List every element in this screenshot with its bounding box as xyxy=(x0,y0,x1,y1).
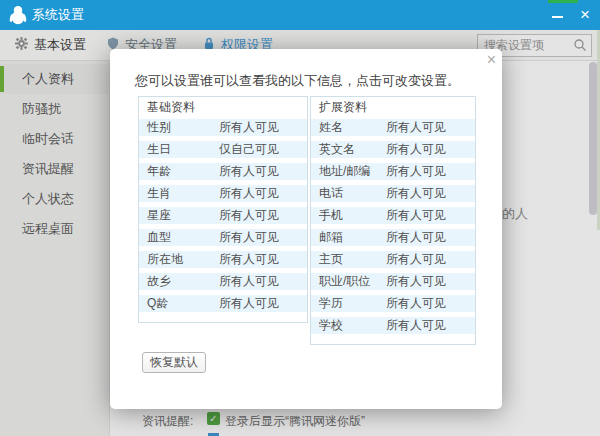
field-label: 英文名 xyxy=(319,141,355,158)
visibility-row[interactable]: 手机所有人可见 xyxy=(311,207,475,224)
field-label: 生肖 xyxy=(147,185,171,202)
field-label: 邮箱 xyxy=(319,229,343,246)
visibility-value: 仅自己可见 xyxy=(219,141,279,158)
close-button[interactable]: × xyxy=(572,0,598,30)
visibility-value: 所有人可见 xyxy=(386,163,446,180)
dialog-close-icon[interactable]: × xyxy=(487,51,496,69)
visibility-value: 所有人可见 xyxy=(219,273,279,290)
visibility-value: 所有人可见 xyxy=(219,185,279,202)
field-label: 年龄 xyxy=(147,163,171,180)
qq-penguin-icon xyxy=(9,5,27,29)
field-label: 电话 xyxy=(319,185,343,202)
visibility-row[interactable]: 主页所有人可见 xyxy=(311,251,475,268)
visibility-value: 所有人可见 xyxy=(386,295,446,312)
dialog-intro-text: 您可以设置谁可以查看我的以下信息，点击可改变设置。 xyxy=(135,72,460,90)
field-label: Q龄 xyxy=(147,295,168,312)
field-label: 星座 xyxy=(147,207,171,224)
visibility-row[interactable]: 邮箱所有人可见 xyxy=(311,229,475,246)
visibility-row[interactable]: 星座所有人可见 xyxy=(139,207,307,224)
field-label: 性别 xyxy=(147,119,171,136)
field-label: 主页 xyxy=(319,251,343,268)
visibility-row[interactable]: 年龄所有人可见 xyxy=(139,163,307,180)
visibility-value: 所有人可见 xyxy=(386,207,446,224)
field-label: 姓名 xyxy=(319,119,343,136)
close-icon: × xyxy=(580,0,590,30)
visibility-row[interactable]: 血型所有人可见 xyxy=(139,229,307,246)
window-title: 系统设置 xyxy=(32,0,84,30)
visibility-row[interactable]: 所在地所有人可见 xyxy=(139,251,307,268)
title-bar: 系统设置 × xyxy=(0,0,600,30)
visibility-value: 所有人可见 xyxy=(386,229,446,246)
extended-table-title: 扩展资料 xyxy=(311,97,475,117)
visibility-value: 所有人可见 xyxy=(219,163,279,180)
visibility-row[interactable]: 故乡所有人可见 xyxy=(139,273,307,290)
visibility-value: 所有人可见 xyxy=(219,119,279,136)
field-label: 故乡 xyxy=(147,273,171,290)
visibility-value: 所有人可见 xyxy=(386,273,446,290)
visibility-row[interactable]: 性别所有人可见 xyxy=(139,119,307,136)
visibility-value: 所有人可见 xyxy=(386,317,446,334)
visibility-value: 所有人可见 xyxy=(219,207,279,224)
visibility-row[interactable]: 生肖所有人可见 xyxy=(139,185,307,202)
visibility-value: 所有人可见 xyxy=(386,251,446,268)
privacy-visibility-dialog: × 您可以设置谁可以查看我的以下信息，点击可改变设置。 基础资料 性别所有人可见… xyxy=(110,49,502,409)
visibility-row[interactable]: 学校所有人可见 xyxy=(311,317,475,334)
basic-info-table: 基础资料 性别所有人可见生日仅自己可见年龄所有人可见生肖所有人可见星座所有人可见… xyxy=(138,96,308,323)
settings-window: 系统设置 × 基本 xyxy=(0,0,600,436)
visibility-row[interactable]: Q龄所有人可见 xyxy=(139,295,307,312)
field-label: 所在地 xyxy=(147,251,183,268)
visibility-value: 所有人可见 xyxy=(219,295,279,312)
restore-default-button[interactable]: 恢复默认 xyxy=(142,352,206,373)
visibility-row[interactable]: 地址/邮编所有人可见 xyxy=(311,163,475,180)
visibility-row[interactable]: 电话所有人可见 xyxy=(311,185,475,202)
basic-table-title: 基础资料 xyxy=(139,97,307,117)
field-label: 地址/邮编 xyxy=(319,163,370,180)
field-label: 职业/职位 xyxy=(319,273,370,290)
field-label: 血型 xyxy=(147,229,171,246)
field-label: 学校 xyxy=(319,317,343,334)
visibility-row[interactable]: 学历所有人可见 xyxy=(311,295,475,312)
field-label: 学历 xyxy=(319,295,343,312)
visibility-value: 所有人可见 xyxy=(386,185,446,202)
extended-info-table: 扩展资料 姓名所有人可见英文名所有人可见地址/邮编所有人可见电话所有人可见手机所… xyxy=(310,96,476,345)
field-label: 手机 xyxy=(319,207,343,224)
visibility-value: 所有人可见 xyxy=(386,141,446,158)
field-label: 生日 xyxy=(147,141,171,158)
visibility-row[interactable]: 生日仅自己可见 xyxy=(139,141,307,158)
minimize-icon xyxy=(552,16,563,18)
minimize-button[interactable] xyxy=(544,0,570,30)
visibility-row[interactable]: 职业/职位所有人可见 xyxy=(311,273,475,290)
visibility-row[interactable]: 姓名所有人可见 xyxy=(311,119,475,136)
visibility-row[interactable]: 英文名所有人可见 xyxy=(311,141,475,158)
visibility-value: 所有人可见 xyxy=(219,251,279,268)
visibility-value: 所有人可见 xyxy=(386,119,446,136)
visibility-value: 所有人可见 xyxy=(219,229,279,246)
